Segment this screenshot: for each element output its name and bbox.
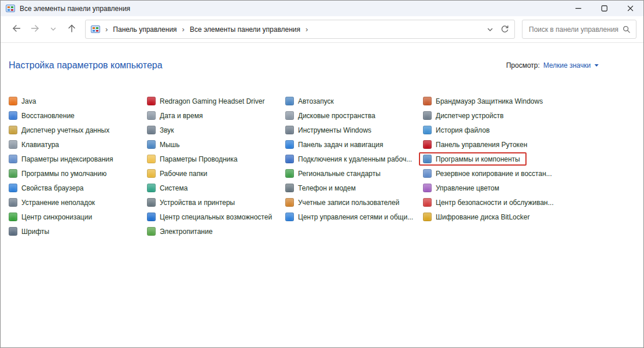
cp-item-label: Рабочие папки bbox=[160, 170, 207, 178]
cp-item-backup-restore[interactable]: Резервное копирование и восстан... bbox=[423, 166, 554, 181]
cp-item-region[interactable]: Региональные стандарты bbox=[285, 166, 423, 181]
cp-item-label: Параметры индексирования bbox=[21, 155, 113, 163]
main-content: Настройка параметров компьютера Просмотр… bbox=[1, 43, 643, 347]
cp-item-mouse[interactable]: Мышь bbox=[147, 137, 285, 152]
cp-item-user-accounts[interactable]: Учетные записи пользователей bbox=[285, 195, 423, 210]
close-button[interactable] bbox=[617, 1, 643, 16]
cp-item-default-programs[interactable]: Программы по умолчанию bbox=[9, 166, 147, 181]
cp-item-troubleshooting[interactable]: Устранение неполадок bbox=[9, 195, 147, 210]
cp-item-label: Параметры Проводника bbox=[160, 155, 237, 163]
cp-item-sync-center[interactable]: Центр синхронизации bbox=[9, 210, 147, 224]
rutoken-icon bbox=[423, 140, 432, 149]
cp-item-sound[interactable]: Звук bbox=[147, 123, 285, 137]
cp-item-label: Восстановление bbox=[21, 112, 75, 120]
recovery-icon bbox=[9, 111, 17, 120]
cp-item-bitlocker[interactable]: Шифрование диска BitLocker bbox=[423, 210, 554, 224]
taskbar-navigation-icon bbox=[285, 140, 294, 149]
refresh-button[interactable] bbox=[501, 25, 509, 34]
cp-item-device-manager[interactable]: Диспетчер устройств bbox=[423, 108, 554, 123]
cp-item-fonts[interactable]: Шрифты bbox=[9, 224, 147, 239]
cp-item-label: Программы по умолчанию bbox=[21, 170, 106, 178]
java-icon bbox=[9, 97, 17, 105]
cp-item-label: Брандмауэр Защитника Windows bbox=[436, 97, 543, 105]
devices-printers-icon bbox=[147, 198, 156, 207]
recent-pages-button[interactable] bbox=[45, 21, 62, 38]
cp-item-rutoken[interactable]: Панель управления Рутокен bbox=[423, 137, 554, 152]
address-bar[interactable]: › Панель управления › Все элементы панел… bbox=[85, 20, 515, 39]
cp-item-windows-firewall[interactable]: Брандмауэр Защитника Windows bbox=[423, 94, 554, 108]
control-panel-items-grid: Java Восстановление Диспетчер учетных да… bbox=[9, 94, 616, 239]
autoplay-icon bbox=[285, 97, 294, 105]
windows-tools-icon bbox=[285, 126, 294, 134]
power-options-icon bbox=[147, 227, 156, 236]
cp-item-remote-desktop[interactable]: Подключения к удаленным рабоч... bbox=[285, 152, 423, 166]
cp-item-label: Дисковые пространства bbox=[298, 112, 376, 120]
cp-item-recovery[interactable]: Восстановление bbox=[9, 108, 147, 123]
cp-item-phone-modem[interactable]: Телефон и модем bbox=[285, 181, 423, 195]
column-2: Redragon Gaming Headset Driver Дата и вр… bbox=[147, 94, 285, 239]
cp-item-network-sharing[interactable]: Центр управления сетями и общи... bbox=[285, 210, 423, 224]
cp-item-label: Звук bbox=[160, 126, 174, 134]
cp-item-label: Шифрование диска BitLocker bbox=[436, 213, 529, 221]
date-time-icon bbox=[147, 111, 156, 120]
cp-item-storage-spaces[interactable]: Дисковые пространства bbox=[285, 108, 423, 123]
minimize-button[interactable] bbox=[565, 1, 591, 16]
color-management-icon bbox=[423, 184, 432, 192]
maximize-icon bbox=[601, 3, 608, 14]
cp-item-power-options[interactable]: Электропитание bbox=[147, 224, 285, 239]
cp-item-credential-manager[interactable]: Диспетчер учетных данных bbox=[9, 123, 147, 137]
view-label: Просмотр: bbox=[506, 61, 540, 69]
maximize-button[interactable] bbox=[591, 1, 617, 16]
cp-item-taskbar-navigation[interactable]: Панель задач и навигация bbox=[285, 137, 423, 152]
cp-item-explorer-options[interactable]: Параметры Проводника bbox=[147, 152, 285, 166]
search-box bbox=[522, 20, 636, 39]
cp-item-devices-printers[interactable]: Устройства и принтеры bbox=[147, 195, 285, 210]
cp-item-indexing-options[interactable]: Параметры индексирования bbox=[9, 152, 147, 166]
control-panel-icon bbox=[6, 4, 15, 13]
cp-item-label: Устройства и принтеры bbox=[160, 199, 235, 207]
view-value-dropdown[interactable]: Мелкие значки bbox=[543, 61, 599, 69]
cp-item-label: Автозапуск bbox=[298, 97, 334, 105]
cp-item-windows-tools[interactable]: Инструменты Windows bbox=[285, 123, 423, 137]
column-4: Брандмауэр Защитника Windows Диспетчер у… bbox=[423, 94, 554, 239]
search-icon[interactable] bbox=[622, 25, 631, 34]
cp-item-work-folders[interactable]: Рабочие папки bbox=[147, 166, 285, 181]
cp-item-label: Центр специальных возможностей bbox=[160, 213, 272, 221]
cp-item-label: Резервное копирование и восстан... bbox=[436, 170, 552, 178]
address-dropdown-button[interactable] bbox=[487, 26, 494, 33]
cp-item-programs-features[interactable]: Программы и компоненты bbox=[423, 152, 554, 166]
search-input[interactable] bbox=[528, 25, 622, 34]
cp-item-label: Redragon Gaming Headset Driver bbox=[160, 97, 264, 105]
cp-item-redragon-driver[interactable]: Redragon Gaming Headset Driver bbox=[147, 94, 285, 108]
cp-item-security-maintenance[interactable]: Центр безопасности и обслуживан... bbox=[423, 195, 554, 210]
cp-item-label: Диспетчер учетных данных bbox=[21, 126, 109, 134]
up-button[interactable] bbox=[63, 21, 80, 38]
cp-item-internet-options[interactable]: Свойства браузера bbox=[9, 181, 147, 195]
toolbar: › Панель управления › Все элементы панел… bbox=[1, 16, 643, 43]
back-arrow-icon bbox=[12, 24, 21, 35]
cp-item-keyboard[interactable]: Клавиатура bbox=[9, 137, 147, 152]
internet-options-icon bbox=[9, 184, 17, 192]
cp-item-label: Панель управления Рутокен bbox=[436, 141, 527, 149]
titlebar: Все элементы панели управления bbox=[1, 1, 643, 16]
indexing-options-icon bbox=[9, 155, 17, 163]
forward-button[interactable] bbox=[26, 21, 43, 38]
view-selector: Просмотр: Мелкие значки bbox=[506, 61, 599, 69]
cp-item-java[interactable]: Java bbox=[9, 94, 147, 108]
backup-restore-icon bbox=[423, 169, 432, 178]
cp-item-system[interactable]: Система bbox=[147, 181, 285, 195]
cp-item-autoplay[interactable]: Автозапуск bbox=[285, 94, 423, 108]
device-manager-icon bbox=[423, 111, 432, 120]
sync-center-icon bbox=[9, 213, 17, 221]
system-icon bbox=[147, 184, 156, 192]
cp-item-file-history[interactable]: История файлов bbox=[423, 123, 554, 137]
cp-item-date-time[interactable]: Дата и время bbox=[147, 108, 285, 123]
cp-item-label: Шрифты bbox=[21, 228, 49, 236]
breadcrumb-control-panel[interactable]: Панель управления bbox=[112, 24, 178, 35]
cp-item-color-management[interactable]: Управление цветом bbox=[423, 181, 554, 195]
control-panel-window: Все элементы панели управления bbox=[0, 0, 644, 348]
breadcrumb-all-items[interactable]: Все элементы панели управления bbox=[189, 24, 301, 35]
cp-item-ease-of-access[interactable]: Центр специальных возможностей bbox=[147, 210, 285, 224]
forward-arrow-icon bbox=[30, 24, 40, 35]
back-button[interactable] bbox=[8, 21, 25, 38]
